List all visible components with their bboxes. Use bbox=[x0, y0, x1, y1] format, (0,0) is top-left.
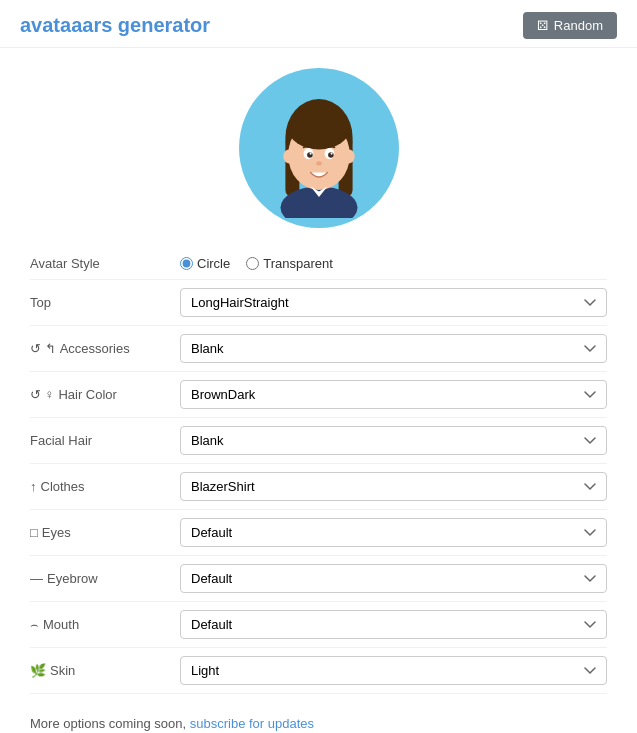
eyebrow-control: Default Angry FlatNatural RaisedExcited … bbox=[180, 564, 607, 593]
style-circle-radio[interactable] bbox=[180, 257, 193, 270]
header: avataaars generator ⚄ Random bbox=[0, 0, 637, 48]
top-label: Top bbox=[30, 295, 180, 310]
svg-point-15 bbox=[316, 161, 322, 165]
avatar-section bbox=[0, 48, 637, 238]
eyes-control: Default Close Cry Happy Wink bbox=[180, 518, 607, 547]
accessories-row: ↺ ↰ Accessories Blank Kurt Prescription0… bbox=[30, 326, 607, 372]
subscribe-link[interactable]: subscribe for updates bbox=[190, 716, 314, 731]
app-title: avataaars generator bbox=[20, 14, 210, 37]
eyes-row: □ Eyes Default Close Cry Happy Wink bbox=[30, 510, 607, 556]
hair-color-select[interactable]: Auburn Black Blonde Brown BrownDark Red bbox=[180, 380, 607, 409]
random-icon: ⚄ bbox=[537, 18, 548, 33]
avatar-display bbox=[239, 68, 399, 228]
clothes-icon: ↑ bbox=[30, 479, 37, 494]
eyebrow-select[interactable]: Default Angry FlatNatural RaisedExcited … bbox=[180, 564, 607, 593]
svg-point-7 bbox=[283, 149, 294, 163]
accessories-icon: ↺ ↰ bbox=[30, 341, 56, 356]
avatar-style-row: Avatar Style Circle Transparent bbox=[30, 248, 607, 280]
hair-color-control: Auburn Black Blonde Brown BrownDark Red bbox=[180, 380, 607, 409]
mouth-icon: ⌢ bbox=[30, 617, 39, 633]
footer-note-text: More options coming soon, bbox=[30, 716, 186, 731]
eyebrow-icon: — bbox=[30, 571, 43, 586]
style-circle-option[interactable]: Circle bbox=[180, 256, 230, 271]
mouth-row: ⌢ Mouth Default Concerned Grimace Smile … bbox=[30, 602, 607, 648]
eyes-select[interactable]: Default Close Cry Happy Wink bbox=[180, 518, 607, 547]
footer-note: More options coming soon, subscribe for … bbox=[0, 704, 637, 733]
skin-label: 🌿 Skin bbox=[30, 663, 180, 678]
avatar-svg bbox=[249, 78, 389, 218]
clothes-row: ↑ Clothes BlazerShirt BlazerSweater Coll… bbox=[30, 464, 607, 510]
top-select[interactable]: LongHairStraight ShortHairShortFlat Long… bbox=[180, 288, 607, 317]
style-transparent-label: Transparent bbox=[263, 256, 333, 271]
top-control: LongHairStraight ShortHairShortFlat Long… bbox=[180, 288, 607, 317]
skin-select[interactable]: Tanned Yellow Pale Light Brown DarkBrown… bbox=[180, 656, 607, 685]
clothes-label: ↑ Clothes bbox=[30, 479, 180, 494]
skin-row: 🌿 Skin Tanned Yellow Pale Light Brown Da… bbox=[30, 648, 607, 694]
random-button[interactable]: ⚄ Random bbox=[523, 12, 617, 39]
mouth-control: Default Concerned Grimace Smile Tongue bbox=[180, 610, 607, 639]
hair-color-row: ↺ ♀ Hair Color Auburn Black Blonde Brown… bbox=[30, 372, 607, 418]
avatar-style-options: Circle Transparent bbox=[180, 256, 607, 271]
eyebrow-row: — Eyebrow Default Angry FlatNatural Rais… bbox=[30, 556, 607, 602]
clothes-control: BlazerShirt BlazerSweater CollarSweater … bbox=[180, 472, 607, 501]
hair-color-icon: ↺ ♀ bbox=[30, 387, 54, 402]
clothes-select[interactable]: BlazerShirt BlazerSweater CollarSweater … bbox=[180, 472, 607, 501]
accessories-control: Blank Kurt Prescription01 Sunglasses bbox=[180, 334, 607, 363]
mouth-select[interactable]: Default Concerned Grimace Smile Tongue bbox=[180, 610, 607, 639]
facial-hair-select[interactable]: Blank BeardMedium BeardLight MoustacheFa… bbox=[180, 426, 607, 455]
eyes-label: □ Eyes bbox=[30, 525, 180, 540]
random-label: Random bbox=[554, 18, 603, 33]
svg-point-13 bbox=[309, 153, 311, 155]
eyebrow-label: — Eyebrow bbox=[30, 571, 180, 586]
eyes-icon: □ bbox=[30, 525, 38, 540]
facial-hair-control: Blank BeardMedium BeardLight MoustacheFa… bbox=[180, 426, 607, 455]
hair-color-label: ↺ ♀ Hair Color bbox=[30, 387, 180, 402]
style-transparent-radio[interactable] bbox=[246, 257, 259, 270]
accessories-select[interactable]: Blank Kurt Prescription01 Sunglasses bbox=[180, 334, 607, 363]
top-row: Top LongHairStraight ShortHairShortFlat … bbox=[30, 280, 607, 326]
controls-section: Avatar Style Circle Transparent Top Long… bbox=[0, 238, 637, 704]
svg-point-14 bbox=[330, 153, 332, 155]
skin-icon: 🌿 bbox=[30, 663, 46, 678]
avatar-style-label: Avatar Style bbox=[30, 256, 180, 271]
skin-control: Tanned Yellow Pale Light Brown DarkBrown… bbox=[180, 656, 607, 685]
svg-point-6 bbox=[288, 107, 350, 149]
accessories-label: ↺ ↰ Accessories bbox=[30, 341, 180, 356]
mouth-label: ⌢ Mouth bbox=[30, 617, 180, 633]
style-transparent-option[interactable]: Transparent bbox=[246, 256, 333, 271]
svg-point-8 bbox=[343, 149, 354, 163]
facial-hair-label: Facial Hair bbox=[30, 433, 180, 448]
style-circle-label: Circle bbox=[197, 256, 230, 271]
facial-hair-row: Facial Hair Blank BeardMedium BeardLight… bbox=[30, 418, 607, 464]
